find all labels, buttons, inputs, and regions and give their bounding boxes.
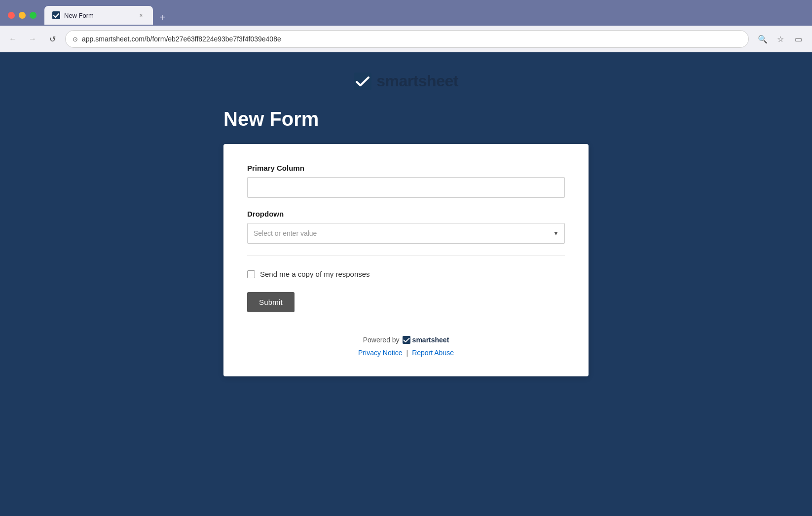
powered-by-brand-text: smartsheet [412, 336, 449, 344]
form-divider [247, 256, 565, 256]
footer-links: Privacy Notice | Report Abuse [247, 349, 565, 357]
copy-responses-checkbox[interactable] [247, 270, 255, 278]
powered-by-text: Powered by [363, 336, 400, 344]
tab-bar: New Form × + [44, 6, 804, 25]
minimize-window-button[interactable] [19, 12, 26, 19]
privacy-notice-link[interactable]: Privacy Notice [358, 349, 402, 357]
bookmark-button[interactable]: ☆ [773, 31, 788, 47]
title-bar: New Form × + [0, 0, 812, 26]
refresh-icon: ↺ [49, 35, 56, 44]
powered-by-logo-icon [403, 336, 410, 344]
dropdown-select[interactable]: Select or enter value [247, 223, 565, 244]
dropdown-label: Dropdown [247, 210, 565, 218]
traffic-lights [8, 12, 37, 19]
checkbox-row: Send me a copy of my responses [247, 270, 565, 278]
refresh-button[interactable]: ↺ [45, 32, 59, 46]
browser-actions: 🔍 ☆ ▭ [755, 31, 806, 47]
page-content: smartsheet New Form Primary Column Dropd… [0, 52, 812, 516]
url-bar[interactable]: ⊙ app.smartsheet.com/b/form/eb27e63ff822… [65, 30, 749, 48]
submit-button[interactable]: Submit [247, 292, 295, 312]
form-title: New Form [223, 108, 319, 130]
dropdown-field: Dropdown Select or enter value ▼ [247, 210, 565, 244]
address-bar: ← → ↺ ⊙ app.smartsheet.com/b/form/eb27e6… [0, 26, 812, 52]
smartsheet-logo-icon [354, 73, 371, 90]
primary-column-input[interactable] [247, 177, 565, 198]
primary-column-field: Primary Column [247, 164, 565, 198]
footer-separator: | [406, 349, 408, 357]
url-text: app.smartsheet.com/b/form/eb27e63ff8224e… [82, 35, 741, 43]
zoom-button[interactable]: 🔍 [755, 31, 771, 47]
copy-responses-label[interactable]: Send me a copy of my responses [260, 270, 370, 278]
tab-favicon [52, 11, 60, 19]
security-icon: ⊙ [73, 36, 78, 43]
tab-title: New Form [64, 12, 133, 19]
browser-chrome: New Form × + ← → ↺ ⊙ app.smartsheet.com/… [0, 0, 812, 52]
primary-column-label: Primary Column [247, 164, 565, 172]
report-abuse-link[interactable]: Report Abuse [412, 349, 454, 357]
back-button[interactable]: ← [6, 32, 20, 46]
forward-button[interactable]: → [26, 32, 39, 46]
powered-by-logo: smartsheet [403, 336, 449, 344]
form-card: Primary Column Dropdown Select or enter … [223, 144, 589, 376]
close-window-button[interactable] [8, 12, 15, 19]
new-tab-button[interactable]: + [155, 10, 170, 25]
form-footer: Powered by smartsheet Privacy Notice | R… [247, 336, 565, 357]
dropdown-wrapper: Select or enter value ▼ [247, 223, 565, 244]
active-tab[interactable]: New Form × [44, 6, 153, 25]
powered-by: Powered by smartsheet [247, 336, 565, 344]
maximize-window-button[interactable] [30, 12, 37, 19]
forward-icon: → [29, 35, 37, 43]
brand-logo: smartsheet [354, 72, 458, 90]
sidebar-button[interactable]: ▭ [790, 31, 806, 47]
brand-logo-text: smartsheet [376, 72, 458, 90]
tab-close-button[interactable]: × [137, 11, 145, 19]
back-icon: ← [9, 35, 17, 43]
